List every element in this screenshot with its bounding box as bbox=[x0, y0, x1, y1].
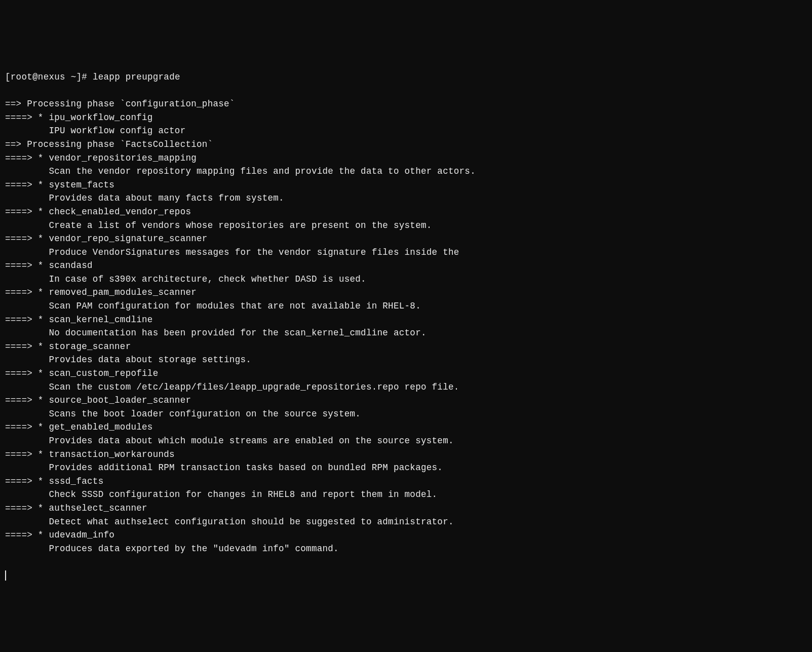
actor-description: Provides data about storage settings. bbox=[5, 353, 807, 367]
command-output: ==> Processing phase `configuration_phas… bbox=[5, 97, 807, 555]
actor-description: Create a list of vendors whose repositor… bbox=[5, 219, 807, 233]
actor-line: ====> * vendor_repositories_mapping bbox=[5, 151, 807, 165]
actor-line: ====> * ipu_workflow_config bbox=[5, 111, 807, 125]
actor-description: Produces data exported by the "udevadm i… bbox=[5, 542, 807, 556]
phase-line: ==> Processing phase `FactsCollection` bbox=[5, 138, 807, 151]
actor-line: ====> * check_enabled_vendor_repos bbox=[5, 205, 807, 219]
cursor-line[interactable] bbox=[5, 569, 807, 583]
cursor bbox=[5, 570, 6, 581]
prompt-line[interactable]: [root@nexus ~]# leapp preupgrade bbox=[5, 70, 807, 84]
actor-description: Scan the custom /etc/leapp/files/leapp_u… bbox=[5, 380, 807, 394]
actor-line: ====> * storage_scanner bbox=[5, 340, 807, 354]
actor-description: No documentation has been provided for t… bbox=[5, 326, 807, 340]
actor-description: In case of s390x architecture, check whe… bbox=[5, 273, 807, 286]
actor-line: ====> * source_boot_loader_scanner bbox=[5, 394, 807, 407]
actor-line: ====> * udevadm_info bbox=[5, 528, 807, 542]
prompt-user: root bbox=[11, 72, 32, 82]
actor-description: Detect what authselect configuration sho… bbox=[5, 515, 807, 529]
prompt-host: nexus bbox=[38, 72, 65, 82]
actor-line: ====> * vendor_repo_signature_scanner bbox=[5, 232, 807, 246]
actor-line: ====> * scandasd bbox=[5, 259, 807, 273]
actor-line: ====> * transaction_workarounds bbox=[5, 448, 807, 462]
actor-line: ====> * removed_pam_modules_scanner bbox=[5, 286, 807, 299]
actor-line: ====> * system_facts bbox=[5, 178, 807, 192]
prompt-symbol: # bbox=[82, 72, 87, 82]
actor-line: ====> * scan_kernel_cmdline bbox=[5, 313, 807, 327]
actor-description: IPU workflow config actor bbox=[5, 124, 807, 138]
actor-description: Scans the boot loader configuration on t… bbox=[5, 407, 807, 421]
actor-description: Scan the vendor repository mapping files… bbox=[5, 165, 807, 178]
actor-description: Produce VendorSignatures messages for th… bbox=[5, 246, 807, 259]
actor-description: Scan PAM configuration for modules that … bbox=[5, 299, 807, 313]
terminal-output: [root@nexus ~]# leapp preupgrade ==> Pro… bbox=[5, 57, 807, 596]
actor-description: Provides additional RPM transaction task… bbox=[5, 461, 807, 475]
actor-line: ====> * get_enabled_modules bbox=[5, 420, 807, 434]
prompt-path: ~ bbox=[71, 72, 76, 82]
phase-line: ==> Processing phase `configuration_phas… bbox=[5, 97, 807, 111]
actor-line: ====> * authselect_scanner bbox=[5, 502, 807, 515]
actor-line: ====> * scan_custom_repofile bbox=[5, 367, 807, 380]
prompt-command: leapp preupgrade bbox=[93, 72, 180, 82]
actor-description: Check SSSD configuration for changes in … bbox=[5, 488, 807, 502]
actor-line: ====> * sssd_facts bbox=[5, 475, 807, 488]
actor-description: Provides data about many facts from syst… bbox=[5, 191, 807, 205]
actor-description: Provides data about which module streams… bbox=[5, 434, 807, 448]
